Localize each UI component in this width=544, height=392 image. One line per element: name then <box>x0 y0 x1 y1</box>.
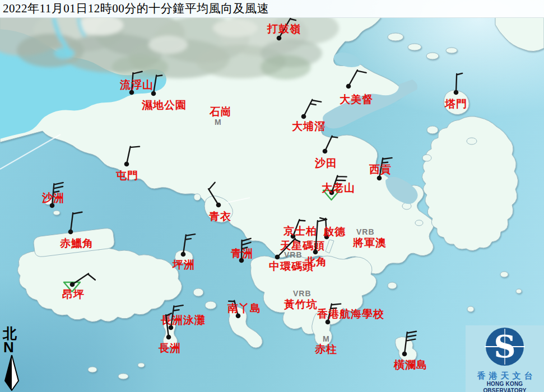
station-label: 橫瀾島 <box>394 360 427 370</box>
maintenance-label: M <box>215 118 222 126</box>
station-dot <box>313 250 318 255</box>
station-dot <box>275 255 280 260</box>
stations-layer: 打鼓嶺流浮山濕地公園石崗M大美督塔門大埔滘沙田屯門西貢沙洲大老山青衣赤鱲角青洲京… <box>0 0 544 392</box>
station-label: 坪洲 <box>173 259 195 270</box>
north-arrow-icon <box>4 355 19 391</box>
hko-english-name: HONG KONG OBSERVATORY <box>466 381 544 392</box>
station-label: 屯門 <box>116 170 138 181</box>
wind-barb <box>150 221 217 288</box>
wind-map-page: 打鼓嶺流浮山濕地公園石崗M大美督塔門大埔滘沙田屯門西貢沙洲大老山青衣赤鱲角青洲京… <box>0 0 544 392</box>
station-dot <box>151 91 156 96</box>
title-bar: 2022年11月01日12時00分的十分鐘平均風向及風速 <box>0 0 544 18</box>
station-label: 石崗 <box>210 106 232 117</box>
station-dot <box>68 230 73 235</box>
station-label: 赤柱 <box>315 344 337 354</box>
station-dot <box>70 282 75 287</box>
station-label: 昂坪 <box>62 289 85 300</box>
station-dot <box>323 149 328 154</box>
station-label: 長洲 <box>159 343 181 353</box>
station-dot <box>402 352 407 357</box>
north-letter-label: N <box>3 340 25 354</box>
variable-wind-label: VRB <box>356 228 375 236</box>
station-dot <box>346 84 351 89</box>
station-label: 大老山 <box>322 183 355 193</box>
station-dot <box>277 36 282 41</box>
wind-barb <box>135 304 202 371</box>
station-label: 赤鱲角 <box>60 238 94 249</box>
station-dot <box>326 320 331 325</box>
station-label: 香港航海學校 <box>317 309 384 319</box>
north-compass: 北 N <box>3 326 25 391</box>
station-label: 打鼓嶺 <box>267 24 301 34</box>
hko-logo-icon: S <box>466 325 544 368</box>
station-dot <box>216 203 221 208</box>
station-label: 南丫島 <box>227 303 261 314</box>
station-label: 濕地公園 <box>142 100 187 110</box>
station-dot <box>124 162 129 167</box>
station-label: 西貢 <box>369 164 392 175</box>
wind-barb <box>120 60 187 127</box>
maintenance-label: M <box>323 335 330 343</box>
station-label: 北角 <box>305 256 327 267</box>
station-dot <box>181 252 186 257</box>
wind-barb <box>282 218 349 286</box>
map-title: 2022年11月01日12時00分的十分鐘平均風向及風速 <box>0 0 544 17</box>
station-dot <box>454 90 459 95</box>
station-dot <box>377 176 382 181</box>
wind-barb <box>93 130 160 198</box>
wind-barb <box>422 59 490 126</box>
station-dot <box>166 335 171 340</box>
hko-logo-panel: S 香港天文台 HONG KONG OBSERVATORY <box>466 325 544 392</box>
station-label: 將軍澳 <box>353 237 387 248</box>
wind-barb <box>371 320 438 388</box>
station-label: 大美督 <box>340 94 373 105</box>
wind-barb <box>39 251 106 318</box>
station-label: 塔門 <box>445 99 467 109</box>
wind-barb <box>204 282 272 349</box>
hko-chinese-name: 香港天文台 <box>466 371 544 381</box>
